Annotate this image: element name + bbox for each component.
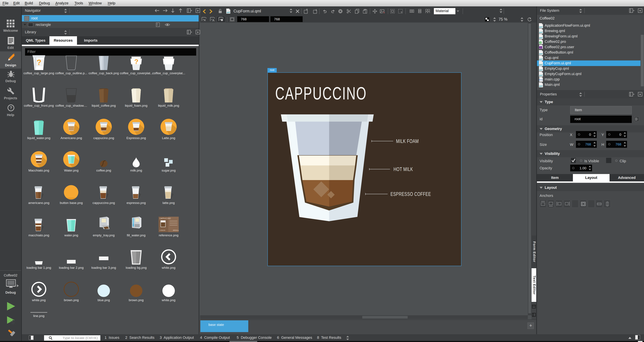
svg-text:A: A bbox=[212, 19, 214, 22]
svg-text:C++: C++ bbox=[539, 79, 543, 81]
svg-text:BREW ▸: BREW ▸ bbox=[173, 229, 179, 231]
svg-text:⊙ BACK: ⊙ BACK bbox=[160, 229, 166, 231]
svg-text:qml: qml bbox=[226, 11, 230, 13]
svg-text:Qt: Qt bbox=[540, 42, 542, 44]
svg-text:?: ? bbox=[134, 58, 138, 65]
svg-text:CAPPUCCINO: CAPPUCCINO bbox=[160, 218, 171, 219]
svg-text:?: ? bbox=[10, 105, 12, 110]
svg-text:?: ? bbox=[37, 58, 41, 67]
